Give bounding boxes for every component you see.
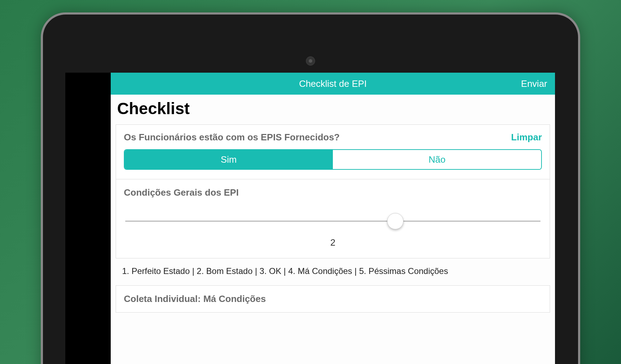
segmented-control: Sim Não [124,149,542,170]
header-title: Checklist de EPI [299,78,367,89]
slider-value: 2 [124,237,542,248]
option-nao[interactable]: Não [333,150,541,169]
question-condicoes-gerais: Condições Gerais dos EPI 2 [116,179,550,258]
clear-button[interactable]: Limpar [511,132,542,143]
question-label: Condições Gerais dos EPI [124,187,542,198]
question-coleta-individual: Coleta Individual: Má Condições [116,285,550,313]
question-header: Os Funcionários estão com os EPIS Fornec… [124,132,542,143]
app-header: Checklist de EPI Enviar [111,73,555,95]
app-viewport: Checklist de EPI Enviar Checklist Os Fun… [111,73,555,364]
slider-thumb[interactable] [387,213,403,229]
page-title: Checklist [111,95,555,124]
form-content: Os Funcionários estão com os EPIS Fornec… [111,124,555,313]
question-epis-fornecidos: Os Funcionários estão com os EPIS Fornec… [116,124,550,179]
scale-legend: 1. Perfeito Estado | 2. Bom Estado | 3. … [116,258,550,285]
option-sim[interactable]: Sim [125,150,333,169]
slider[interactable] [125,212,540,230]
tablet-screen: Checklist de EPI Enviar Checklist Os Fun… [65,73,555,364]
question-label: Os Funcionários estão com os EPIS Fornec… [124,132,340,143]
question-label: Coleta Individual: Má Condições [124,293,542,304]
submit-button[interactable]: Enviar [521,78,547,89]
camera-icon [306,56,315,66]
slider-track [125,221,540,222]
